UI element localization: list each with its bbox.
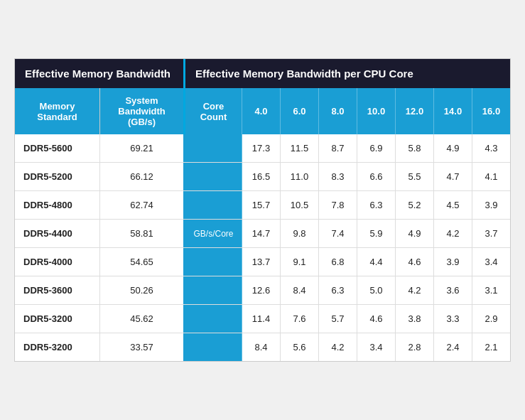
cell-mem-std: DDR5-3200	[15, 333, 100, 361]
cell-value: 3.9	[434, 248, 472, 276]
cell-value: 12.6	[242, 276, 281, 304]
cell-value: 3.1	[472, 276, 510, 304]
table-row: DDR5-520066.1216.511.08.36.65.54.74.1	[15, 163, 510, 191]
cell-value: 4.9	[396, 220, 434, 247]
cell-mem-std: DDR5-3600	[15, 276, 100, 304]
cell-value: 4.2	[396, 276, 434, 304]
col-header-10: 10.0	[357, 88, 396, 134]
cell-core-count	[185, 333, 242, 361]
cell-value: 13.7	[242, 248, 281, 276]
cell-value: 4.2	[434, 220, 472, 247]
col-header-8: 8.0	[319, 88, 357, 134]
cell-sys-bw: 58.81	[100, 220, 185, 247]
column-headers: Memory Standard System Bandwidth (GB/s) …	[15, 88, 510, 134]
cell-value: 2.8	[396, 333, 434, 361]
cell-value: 7.4	[319, 220, 357, 247]
cell-mem-std: DDR5-3200	[15, 305, 100, 333]
cell-value: 5.6	[281, 333, 319, 361]
cell-value: 14.7	[242, 220, 281, 247]
table-row: DDR5-440058.81GB/s/Core14.79.87.45.94.94…	[15, 220, 510, 248]
cell-value: 4.4	[357, 248, 396, 276]
table-row: DDR5-320033.578.45.64.23.42.82.42.1	[15, 333, 510, 361]
cell-value: 9.1	[281, 248, 319, 276]
cell-core-count	[185, 163, 242, 190]
cell-value: 10.5	[281, 191, 319, 219]
header-right: Effective Memory Bandwidth per CPU Core	[185, 59, 510, 88]
cell-value: 11.0	[281, 163, 319, 190]
cell-mem-std: DDR5-5600	[15, 134, 100, 162]
col-header-sys-bw: System Bandwidth (GB/s)	[100, 88, 185, 134]
cell-sys-bw: 62.74	[100, 191, 185, 219]
cell-value: 8.3	[319, 163, 357, 190]
cell-value: 4.5	[434, 191, 472, 219]
cell-sys-bw: 33.57	[100, 333, 185, 361]
cell-value: 2.1	[472, 333, 510, 361]
cell-value: 3.4	[357, 333, 396, 361]
cell-value: 5.7	[319, 305, 357, 333]
col-header-14: 14.0	[434, 88, 472, 134]
cell-value: 9.8	[281, 220, 319, 247]
col-header-core-count: Core Count	[185, 88, 242, 134]
cell-value: 3.8	[396, 305, 434, 333]
cell-sys-bw: 45.62	[100, 305, 185, 333]
cell-value: 3.9	[472, 191, 510, 219]
cell-value: 5.0	[357, 276, 396, 304]
cell-value: 4.2	[319, 333, 357, 361]
col-header-12: 12.0	[396, 88, 434, 134]
cell-sys-bw: 66.12	[100, 163, 185, 190]
cell-value: 7.6	[281, 305, 319, 333]
cell-value: 6.3	[357, 191, 396, 219]
cell-value: 15.7	[242, 191, 281, 219]
cell-value: 6.6	[357, 163, 396, 190]
cell-value: 16.5	[242, 163, 281, 190]
cell-value: 4.1	[472, 163, 510, 190]
cell-value: 5.2	[396, 191, 434, 219]
cell-value: 6.9	[357, 134, 396, 162]
cell-value: 8.4	[242, 333, 281, 361]
cell-value: 3.7	[472, 220, 510, 247]
col-header-mem-std: Memory Standard	[15, 88, 100, 134]
table-row: DDR5-480062.7415.710.57.86.35.24.53.9	[15, 191, 510, 220]
cell-value: 11.4	[242, 305, 281, 333]
cell-sys-bw: 54.65	[100, 248, 185, 276]
cell-value: 4.9	[434, 134, 472, 162]
cell-core-count	[185, 248, 242, 276]
cell-core-count	[185, 305, 242, 333]
cell-core-count	[185, 134, 242, 162]
cell-core-count	[185, 276, 242, 304]
table-row: DDR5-360050.2612.68.46.35.04.23.63.1	[15, 276, 510, 305]
cell-value: 6.3	[319, 276, 357, 304]
cell-value: 6.8	[319, 248, 357, 276]
cell-mem-std: DDR5-4400	[15, 220, 100, 247]
top-header: Effective Memory Bandwidth Effective Mem…	[15, 59, 510, 88]
main-table: Effective Memory Bandwidth Effective Mem…	[14, 58, 511, 362]
cell-value: 2.4	[434, 333, 472, 361]
cell-sys-bw: 50.26	[100, 276, 185, 304]
cell-value: 11.5	[281, 134, 319, 162]
cell-value: 8.7	[319, 134, 357, 162]
cell-value: 3.6	[434, 276, 472, 304]
table-row: DDR5-400054.6513.79.16.84.44.63.93.4	[15, 248, 510, 276]
cell-value: 2.9	[472, 305, 510, 333]
cell-mem-std: DDR5-4800	[15, 191, 100, 219]
cell-core-count: GB/s/Core	[185, 220, 242, 247]
col-header-16: 16.0	[472, 88, 510, 134]
cell-value: 5.5	[396, 163, 434, 190]
cell-core-count	[185, 191, 242, 219]
cell-value: 4.6	[396, 248, 434, 276]
col-header-4: 4.0	[242, 88, 281, 134]
cell-value: 17.3	[242, 134, 281, 162]
cell-value: 7.8	[319, 191, 357, 219]
cell-value: 4.3	[472, 134, 510, 162]
header-right-text: Effective Memory Bandwidth per CPU Core	[195, 68, 413, 80]
table-row: DDR5-560069.2117.311.58.76.95.84.94.3	[15, 134, 510, 163]
cell-value: 8.4	[281, 276, 319, 304]
cell-value: 5.8	[396, 134, 434, 162]
cell-mem-std: DDR5-5200	[15, 163, 100, 190]
table-row: DDR5-320045.6211.47.65.74.63.83.32.9	[15, 305, 510, 333]
col-header-6: 6.0	[281, 88, 319, 134]
cell-mem-std: DDR5-4000	[15, 248, 100, 276]
header-left-text: Effective Memory Bandwidth	[25, 68, 171, 80]
cell-value: 5.9	[357, 220, 396, 247]
header-left: Effective Memory Bandwidth	[15, 59, 185, 88]
